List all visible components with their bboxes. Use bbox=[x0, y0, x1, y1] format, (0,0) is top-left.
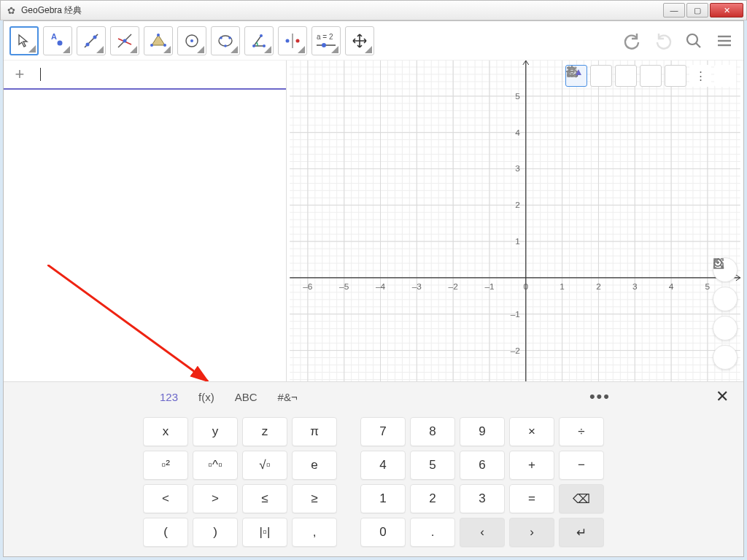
svg-text:–4: –4 bbox=[376, 281, 386, 292]
keyboard-more-button[interactable]: ••• bbox=[579, 387, 621, 406]
svg-point-4 bbox=[93, 35, 97, 39]
virtual-keyboard: 123 f(x) ABC #&¬ ••• ✕ xyzπ▫²▫^▫√▫e<>≤≥(… bbox=[4, 381, 743, 556]
algebra-input-row: + bbox=[4, 61, 286, 90]
svg-text:3: 3 bbox=[515, 163, 520, 174]
key-⌫[interactable]: ⌫ bbox=[559, 484, 604, 513]
window-maximize-button[interactable]: ▢ bbox=[686, 3, 708, 18]
tool-translate[interactable] bbox=[345, 26, 374, 55]
graphics-view[interactable]: –6–5–4–3–2–101234512345–1–2 ⋮ bbox=[287, 61, 743, 381]
key-<[interactable]: < bbox=[143, 484, 188, 513]
svg-text:1: 1 bbox=[515, 236, 520, 246]
key-=[interactable]: = bbox=[509, 484, 554, 513]
key-3[interactable]: 3 bbox=[460, 484, 505, 513]
toggle-grid-button[interactable] bbox=[590, 65, 612, 87]
key-|▫|[interactable]: |▫| bbox=[242, 518, 287, 547]
app-frame: A a = 2 + –6–5–4–3–2–101234512345–1–2 bbox=[3, 20, 744, 557]
key-1[interactable]: 1 bbox=[360, 484, 406, 513]
tool-move[interactable] bbox=[9, 26, 39, 55]
key-y[interactable]: y bbox=[193, 417, 238, 446]
svg-text:–3: –3 bbox=[412, 281, 422, 292]
graphics-settings-button[interactable] bbox=[665, 65, 686, 87]
svg-text:A: A bbox=[51, 32, 57, 41]
zoom-out-button[interactable] bbox=[713, 316, 738, 341]
graphics-more-button[interactable]: ⋮ bbox=[689, 65, 711, 87]
views-menu-button[interactable] bbox=[714, 65, 736, 87]
algebra-input[interactable] bbox=[36, 61, 286, 88]
tool-point[interactable]: A bbox=[43, 26, 72, 55]
svg-text:4: 4 bbox=[515, 128, 520, 138]
key-+[interactable]: + bbox=[509, 451, 554, 480]
key-0[interactable]: 0 bbox=[360, 518, 406, 547]
svg-text:–2: –2 bbox=[449, 281, 458, 292]
svg-text:2: 2 bbox=[515, 200, 520, 210]
main-toolbar: A a = 2 bbox=[4, 21, 743, 61]
tool-conic[interactable] bbox=[211, 26, 240, 55]
key-▫^▫[interactable]: ▫^▫ bbox=[193, 451, 238, 480]
key-≤[interactable]: ≤ bbox=[242, 484, 287, 513]
key-2[interactable]: 2 bbox=[410, 484, 455, 513]
key-↵[interactable]: ↵ bbox=[559, 518, 604, 547]
tool-reflect[interactable] bbox=[278, 26, 307, 55]
key-6[interactable]: 6 bbox=[460, 451, 505, 480]
tool-line[interactable] bbox=[77, 26, 106, 55]
svg-point-17 bbox=[224, 44, 227, 47]
undo-button[interactable] bbox=[619, 28, 646, 54]
svg-point-1 bbox=[58, 40, 63, 45]
window-close-button[interactable]: ✕ bbox=[710, 3, 743, 18]
key-5[interactable]: 5 bbox=[410, 451, 455, 480]
keyboard-tab-numeric[interactable]: 123 bbox=[150, 382, 188, 411]
tool-polygon[interactable] bbox=[144, 26, 173, 55]
tool-circle[interactable] bbox=[177, 26, 206, 55]
key-›[interactable]: › bbox=[509, 518, 554, 547]
svg-point-18 bbox=[252, 44, 255, 47]
svg-point-26 bbox=[322, 43, 326, 47]
key->[interactable]: > bbox=[193, 484, 238, 513]
svg-point-9 bbox=[157, 34, 160, 36]
key-,[interactable]: , bbox=[292, 518, 337, 547]
key-z[interactable]: z bbox=[242, 417, 287, 446]
window-minimize-button[interactable]: — bbox=[663, 3, 685, 18]
tool-perpendicular[interactable] bbox=[110, 26, 139, 55]
key-x[interactable]: x bbox=[143, 417, 188, 446]
fullscreen-button[interactable] bbox=[713, 345, 738, 370]
key-π[interactable]: π bbox=[292, 417, 337, 446]
key-≥[interactable]: ≥ bbox=[292, 484, 337, 513]
keyboard-tab-abc[interactable]: ABC bbox=[225, 382, 268, 411]
key-9[interactable]: 9 bbox=[460, 417, 505, 446]
key-.[interactable]: . bbox=[410, 518, 455, 547]
svg-text:1: 1 bbox=[560, 281, 565, 292]
add-object-button[interactable]: + bbox=[4, 65, 36, 84]
svg-text:–5: –5 bbox=[339, 281, 349, 292]
search-button[interactable] bbox=[681, 28, 707, 54]
keyboard-tab-functions[interactable]: f(x) bbox=[188, 382, 225, 411]
keyboard-close-button[interactable]: ✕ bbox=[708, 387, 736, 406]
key-−[interactable]: − bbox=[559, 451, 604, 480]
key-([interactable]: ( bbox=[143, 518, 188, 547]
svg-text:–6: –6 bbox=[303, 281, 313, 292]
key-÷[interactable]: ÷ bbox=[559, 417, 604, 446]
menu-button[interactable] bbox=[711, 28, 738, 54]
point-capture-button[interactable] bbox=[640, 65, 662, 87]
key-4[interactable]: 4 bbox=[360, 451, 406, 480]
svg-text:–1: –1 bbox=[484, 281, 494, 292]
key-‹[interactable]: ‹ bbox=[460, 518, 505, 547]
key-7[interactable]: 7 bbox=[360, 417, 406, 446]
zoom-in-button[interactable] bbox=[713, 287, 738, 311]
redo-button[interactable] bbox=[650, 28, 676, 54]
svg-point-3 bbox=[86, 42, 90, 46]
key-)[interactable]: ) bbox=[193, 518, 238, 547]
svg-text:0: 0 bbox=[524, 281, 529, 292]
key-▫²[interactable]: ▫² bbox=[143, 451, 188, 480]
key-×[interactable]: × bbox=[509, 417, 554, 446]
key-√▫[interactable]: √▫ bbox=[242, 451, 287, 480]
key-8[interactable]: 8 bbox=[410, 417, 455, 446]
tool-slider[interactable]: a = 2 bbox=[311, 26, 341, 55]
svg-text:a = 2: a = 2 bbox=[317, 33, 333, 41]
key-e[interactable]: e bbox=[292, 451, 337, 480]
standard-view-button[interactable] bbox=[615, 65, 637, 87]
graphics-stylebar: ⋮ bbox=[565, 65, 736, 87]
svg-point-16 bbox=[228, 36, 231, 39]
tool-angle[interactable] bbox=[244, 26, 274, 55]
svg-text:–1: –1 bbox=[511, 309, 520, 319]
keyboard-tab-symbols[interactable]: #&¬ bbox=[268, 382, 308, 411]
